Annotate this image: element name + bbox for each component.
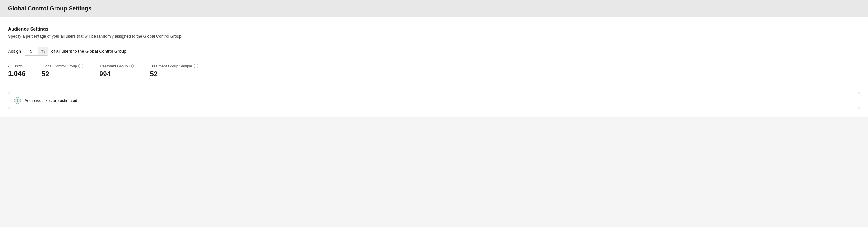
stat-label-text: Global Control Group — [41, 64, 77, 68]
info-icon[interactable]: i — [79, 64, 83, 68]
stat-label-row: Global Control Groupi — [41, 64, 83, 68]
notice-info-icon: i — [14, 97, 21, 104]
assign-input-wrapper: % — [24, 47, 48, 55]
stats-row: All Users1,046Global Control Groupi52Tre… — [8, 64, 860, 78]
assign-percentage-input[interactable] — [24, 47, 38, 55]
stat-item: Treatment Group Samplei52 — [150, 64, 198, 78]
stat-value: 52 — [41, 70, 83, 78]
notice-box: i Audience sizes are estimated. — [8, 92, 860, 109]
page-title: Global Control Group Settings — [8, 5, 91, 11]
info-icon[interactable]: i — [129, 64, 134, 68]
stat-label-text: All Users — [8, 64, 23, 68]
divider — [8, 86, 860, 86]
stat-item: All Users1,046 — [8, 64, 25, 78]
stat-label-text: Treatment Group — [99, 64, 128, 68]
assign-percent-symbol: % — [38, 47, 48, 55]
stat-item: Global Control Groupi52 — [41, 64, 83, 78]
stat-label-text: Treatment Group Sample — [150, 64, 192, 68]
page-header: Global Control Group Settings — [0, 0, 868, 17]
stat-value: 1,046 — [8, 70, 25, 78]
audience-settings-section: Audience Settings Specify a percentage o… — [8, 27, 860, 78]
stat-item: Treatment Groupi994 — [99, 64, 134, 78]
notice-text: Audience sizes are estimated. — [25, 98, 79, 103]
stat-value: 52 — [150, 70, 198, 78]
stat-label-row: Treatment Groupi — [99, 64, 134, 68]
section-description: Specify a percentage of your all users t… — [8, 34, 860, 39]
stat-value: 994 — [99, 70, 134, 78]
assign-suffix-label: of all users to the Global Control Group — [51, 49, 126, 53]
assign-label: Assign — [8, 49, 21, 53]
page-content: Audience Settings Specify a percentage o… — [0, 17, 868, 117]
info-icon[interactable]: i — [194, 64, 198, 68]
stat-label-row: All Users — [8, 64, 25, 68]
section-title: Audience Settings — [8, 27, 860, 32]
assign-row: Assign % of all users to the Global Cont… — [8, 47, 860, 55]
stat-label-row: Treatment Group Samplei — [150, 64, 198, 68]
